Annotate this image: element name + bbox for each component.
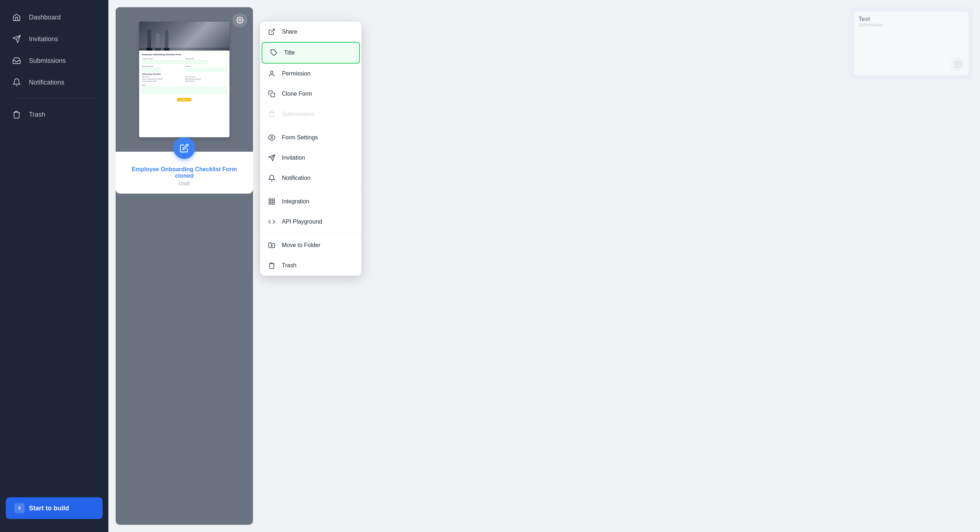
sidebar-item-label-invitations: Invitations [29,35,58,43]
form-preview-content: Employee Onboarding Checklist Form Emplo… [139,51,229,105]
menu-item-move-to-folder[interactable]: Move to Folder [260,235,361,255]
sidebar-item-label-dashboard: Dashboard [29,14,61,21]
menu-item-clone-form-label: Clone Form [282,91,312,97]
sidebar-item-label-trash: Trash [29,111,45,119]
menu-item-invitation[interactable]: Invitation [260,148,361,168]
menu-item-api-playground-label: API Playground [282,219,322,225]
menu-item-title[interactable]: Title [262,42,360,64]
svg-rect-14 [272,202,275,205]
person-circle-icon [267,69,276,78]
svg-rect-7 [271,111,273,113]
paper-plane-icon [11,34,22,44]
trash-icon [11,110,22,119]
form-card: Employee Onboarding Checklist Form Emplo… [116,7,253,525]
menu-item-share[interactable]: Share [260,22,361,42]
menu-trash-icon [267,261,276,270]
form-card-preview: Employee Onboarding Checklist Form Emplo… [116,7,253,152]
form-card-name: Employee Onboarding Checklist Form clone… [123,166,246,179]
clipboard-icon [267,110,276,119]
house-icon [11,12,22,22]
inbox-icon [11,56,22,66]
sidebar-item-trash[interactable]: Trash [6,104,103,125]
sidebar-item-label-notifications: Notifications [29,79,64,86]
menu-item-share-label: Share [282,29,298,35]
form-edit-button[interactable] [173,137,195,159]
menu-item-submissions: Submissions [260,104,361,124]
svg-line-3 [271,29,274,32]
sidebar-item-label-submissions: Submissions [29,57,66,65]
menu-item-trash-label: Trash [282,262,296,269]
context-menu: Share Title Permission [260,22,361,276]
sidebar-divider [11,98,97,98]
sidebar-nav: Dashboard Invitations Submissions [0,7,108,492]
form-card-inner: Employee Onboarding Checklist Form Emplo… [116,7,253,194]
menu-item-move-to-folder-label: Move to Folder [282,242,321,248]
folder-arrow-icon [267,241,276,249]
menu-item-clone-form[interactable]: Clone Form [260,84,361,104]
menu-item-invitation-label: Invitation [282,154,305,161]
menu-item-integration[interactable]: Integration [260,191,361,212]
right-card-subtitle: Submissions [859,22,964,27]
menu-item-form-settings-label: Form Settings [282,134,318,141]
menu-item-permission[interactable]: Permission [260,64,361,84]
menu-item-title-label: Title [284,49,295,56]
form-preview-photo [139,22,229,51]
code-icon [267,218,276,226]
copy-icon [267,90,276,98]
start-build-button[interactable]: + Start to build [6,497,103,519]
menu-divider-2 [260,190,361,190]
sidebar-item-invitations[interactable]: Invitations [6,29,103,49]
notification-bell-icon [267,174,276,183]
form-preview-title: Employee Onboarding Checklist Form [142,54,227,56]
grid-icon [267,197,276,206]
eye-icon [267,133,276,142]
form-preview-paper: Employee Onboarding Checklist Form Emplo… [139,22,229,137]
menu-item-trash[interactable]: Trash [260,255,361,276]
right-card-partial-1: Test Submissions [850,7,973,79]
sidebar-footer: + Start to build [0,492,108,525]
plus-icon: + [14,503,25,513]
menu-item-form-settings[interactable]: Form Settings [260,127,361,148]
menu-item-integration-label: Integration [282,198,309,205]
menu-item-permission-label: Permission [282,70,310,77]
svg-point-8 [271,137,273,139]
svg-rect-11 [269,199,271,201]
start-build-label: Start to build [29,505,69,512]
right-card-inner-1: Test Submissions [854,11,969,75]
svg-rect-6 [271,93,275,97]
submissions-icon [951,58,964,71]
menu-item-api-playground[interactable]: API Playground [260,212,361,232]
sidebar: Dashboard Invitations Submissions [0,0,108,532]
menu-item-notification-label: Notification [282,175,310,181]
main-content: Employee Onboarding Checklist Form Emplo… [108,0,980,532]
share-icon [267,27,276,36]
right-cards: Test Submissions [850,7,973,525]
sidebar-item-notifications[interactable]: Notifications [6,72,103,92]
tag-icon [270,48,278,57]
svg-rect-12 [272,199,275,201]
right-card-title: Test [859,16,964,22]
sidebar-item-dashboard[interactable]: Dashboard [6,7,103,27]
menu-item-notification[interactable]: Notification [260,168,361,188]
svg-point-5 [270,71,273,74]
form-card-status: Draft [123,181,246,186]
menu-item-submissions-label: Submissions [282,111,315,118]
gear-button[interactable] [233,13,247,27]
bell-icon [11,77,22,87]
invitation-plane-icon [267,154,276,162]
sidebar-item-submissions[interactable]: Submissions [6,51,103,71]
svg-rect-13 [269,202,271,205]
svg-point-2 [239,19,241,21]
